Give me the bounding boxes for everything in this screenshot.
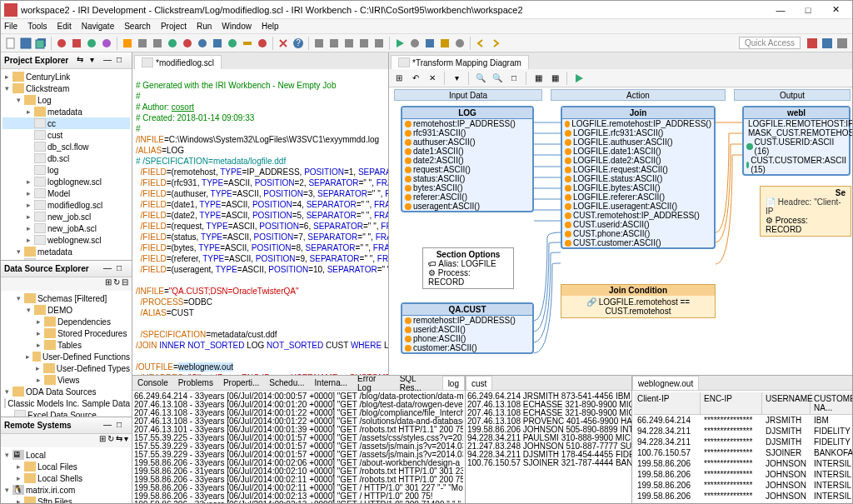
diagram-field[interactable]: phone:ASCII() [402, 334, 532, 343]
tool-icon[interactable] [327, 37, 341, 50]
menu-tools[interactable]: Tools [27, 22, 47, 31]
diagram-field[interactable]: LOGFILE.authuser:ASCII() [562, 137, 714, 147]
minimize-icon[interactable]: — [103, 420, 115, 432]
diagram-field[interactable]: LOGFILE.REMOTEHOST:IP_ADDRESS [744, 119, 849, 128]
quick-access-field[interactable]: Quick Access [739, 37, 801, 49]
diagram-field[interactable]: rfc931:ASCII() [402, 128, 532, 137]
tool-icon[interactable] [342, 37, 356, 50]
new-icon[interactable] [4, 37, 17, 50]
tool-icon[interactable]: ▾ [450, 72, 463, 85]
diagram-field[interactable]: LOGFILE.rfc931:ASCII() [562, 128, 714, 137]
tool-icon[interactable]: ▾ [124, 434, 128, 447]
tree-item[interactable]: ▸CenturyLink [2, 71, 130, 82]
menu-project[interactable]: Project [161, 22, 187, 31]
tab-schedule[interactable]: Schedu... [264, 376, 309, 390]
tool-icon[interactable] [166, 37, 179, 50]
tab-weblognew[interactable]: weblognew.out [632, 376, 699, 390]
menu-search[interactable]: Search [124, 22, 151, 31]
tree-item[interactable]: db.scl [2, 152, 130, 164]
zoom-in-icon[interactable]: 🔍 [474, 72, 487, 85]
diagram-field[interactable]: CUST.userid:ASCII() [562, 220, 714, 229]
tool-icon[interactable]: ⊞ [99, 434, 106, 447]
diagram-field[interactable]: LOGFILE.date1:ASCII() [562, 147, 714, 156]
tree-item[interactable]: ▸Views [2, 374, 130, 386]
tool-icon[interactable] [438, 37, 451, 50]
tool-icon[interactable]: ▦ [548, 72, 561, 85]
diagram-field[interactable]: CUST.CUSTOMER:ASCII (15) [744, 156, 849, 174]
diagram-field[interactable]: LOGFILE.request:ASCII() [562, 165, 714, 174]
tool-icon[interactable]: ↶ [409, 72, 422, 85]
run-icon[interactable] [393, 37, 407, 50]
diagram-field[interactable]: LOGFILE.referer:ASCII() [562, 192, 714, 202]
tab-log[interactable]: log [442, 376, 465, 390]
tool-icon[interactable] [453, 37, 466, 50]
tree-item[interactable]: ▾Log [2, 94, 130, 106]
tree-item[interactable]: ▾metadata [2, 246, 130, 257]
tree-item[interactable]: ▸Dependencies [2, 316, 130, 327]
collapse-icon[interactable]: ▾ [90, 55, 102, 67]
diagram-field[interactable]: authuser:ASCII() [402, 137, 532, 147]
tree-item[interactable]: Classic Models Inc. Sample Data [2, 397, 130, 409]
diagram-field[interactable]: userid:ASCII() [402, 325, 532, 334]
tool-icon[interactable] [121, 37, 134, 50]
diagram-box-join[interactable]: Join LOGFILE.remotehost:IP_ADDRESS()LOGF… [561, 106, 716, 249]
tool-icon[interactable] [136, 37, 149, 50]
diagram-section-options[interactable]: Section Options 🏷 Alias: LOGFILE ⚙ Proce… [422, 247, 514, 289]
tool-icon[interactable] [181, 37, 194, 50]
menu-help[interactable]: Help [262, 22, 279, 31]
diagram-field[interactable]: bytes:ASCII() [402, 183, 532, 192]
tool-icon[interactable]: ▦ [531, 72, 545, 85]
maximize-icon[interactable]: □ [117, 263, 128, 275]
tree-item[interactable]: ▸User-Defined Functions [2, 351, 130, 362]
diagram-box-cust[interactable]: QA.CUST remotehost:IP_ADDRESS()userid:AS… [401, 302, 534, 354]
tool-icon[interactable] [100, 37, 113, 50]
table-row[interactable]: 199.58.86.206***************JOHNSONINTER… [634, 480, 853, 491]
diagram-field[interactable]: remotehost:IP_ADDRESS() [402, 119, 532, 128]
tool-icon[interactable]: ⊞ [105, 277, 112, 291]
tree-item[interactable]: ▸User-Defined Types [2, 362, 130, 374]
diagram-field[interactable]: remotehost:IP_ADDRESS() [402, 316, 532, 325]
diagram-field[interactable]: status:ASCII() [402, 174, 532, 183]
tool-icon[interactable] [423, 37, 436, 50]
editor-tab-diagram[interactable]: *Transform Mapping Diagram [391, 55, 529, 69]
tool-icon[interactable]: □ [507, 72, 521, 85]
diagram-se-options[interactable]: Se 📄 Headrec: "Client-IP ⚙ Process: RECO… [760, 186, 851, 237]
minimize-icon[interactable]: — [103, 263, 115, 275]
menu-run[interactable]: Run [197, 22, 212, 31]
diagram-field[interactable]: LOGFILE.date2:ASCII() [562, 156, 714, 165]
perspective-icon[interactable] [836, 37, 849, 50]
diagram-field[interactable]: CUST.remotehost:IP_ADDRESS() [562, 211, 714, 220]
tree-item[interactable]: Excel Data Source [2, 409, 130, 417]
tab-internal[interactable]: Interna... [310, 376, 352, 390]
tree-item[interactable]: ▸Sftp Files [2, 496, 130, 504]
run-icon[interactable] [572, 72, 586, 85]
tree-item[interactable]: ▾🖥Local [2, 449, 130, 461]
tool-icon[interactable]: ✕ [426, 72, 439, 85]
diagram-field[interactable]: LOGFILE.status:ASCII() [562, 174, 714, 183]
tree-item[interactable]: ▸modifiedlog.scl [2, 199, 130, 211]
tree-item[interactable]: ▸new_jobA.scl [2, 222, 130, 234]
close-button[interactable]: ✕ [822, 2, 849, 18]
tree-item[interactable]: log [2, 164, 130, 176]
tree-item[interactable]: ▾Clickstream [2, 82, 130, 94]
tool-icon[interactable]: ↻ [113, 277, 120, 291]
table-row[interactable]: 199.58.86.206***************JOHNSONINTER… [634, 469, 853, 480]
tool-icon[interactable] [357, 37, 371, 50]
table-row[interactable]: 100.76.150.57***************SJOINERBANKO… [634, 447, 853, 458]
tab-cust[interactable]: cust [466, 376, 492, 390]
tool-icon[interactable] [196, 37, 209, 50]
tree-item[interactable]: ▸Model [2, 187, 130, 199]
table-row[interactable]: 199.58.86.206***************JOHNSONINTER… [634, 491, 853, 502]
diagram-field[interactable]: CUST.phone:ASCII() [562, 229, 714, 238]
tool-icon[interactable] [408, 37, 422, 50]
tool-icon[interactable] [241, 37, 254, 50]
diagram-field[interactable]: LOGFILE.useragent:ASCII() [562, 202, 714, 211]
tree-item[interactable]: ▾🐧matrix.iri.com [2, 484, 130, 496]
perspective-icon[interactable] [821, 37, 834, 50]
tree-item[interactable]: ▸weblognew.scl [2, 234, 130, 246]
zoom-out-icon[interactable]: 🔍 [491, 72, 504, 85]
menu-file[interactable]: File [4, 22, 17, 31]
tab-problems[interactable]: Problems [173, 376, 218, 390]
tab-properties[interactable]: Properti... [218, 376, 264, 390]
diagram-field[interactable]: LOGFILE.remotehost:IP_ADDRESS() [562, 119, 714, 128]
